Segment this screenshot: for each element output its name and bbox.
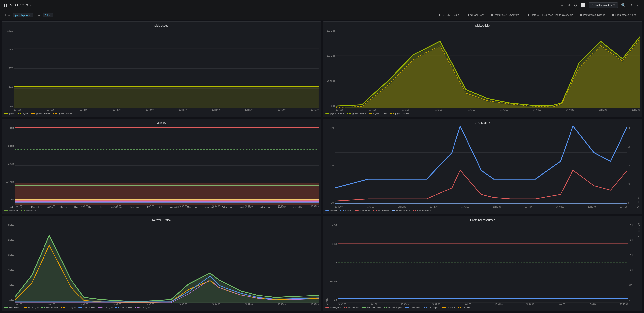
memory-chart xyxy=(14,126,318,205)
nav-link-postgresql-details[interactable]: PostgreSQLDetails xyxy=(576,10,609,20)
nav-links: CRUD_Details pgBackRest PostgreSQL Overv… xyxy=(436,10,640,20)
nav-link-postgresql-service-health[interactable]: PostgreSQL Service Health Overview xyxy=(523,10,576,20)
nav-link-crud-details[interactable]: CRUD_Details xyxy=(436,10,463,20)
settings-button[interactable]: ⚙ xyxy=(573,2,578,8)
time-range-caret: ▼ xyxy=(613,4,616,7)
network-traffic-panel: Network Traffic 5 MBs 4 MBs 3 MBs 2 MBs … xyxy=(2,216,321,311)
network-legend: eth0 - rx bytes lo - rx bytes eth0 - rx … xyxy=(4,307,318,309)
disk-activity-panel: Disk Activity 1.5 MBs 1.0 MBs 500 kBs 0 … xyxy=(323,22,642,117)
grid-icon-pgbackrest xyxy=(466,14,468,16)
container-resources-legend: Memory limit Memory limit Memory request… xyxy=(326,307,640,309)
share-button[interactable]: ⎙ xyxy=(567,2,571,8)
main-content: Disk Usage 100% 75% 50% 25% 0% xyxy=(0,20,644,313)
disk-usage-chart xyxy=(14,29,318,108)
title-caret[interactable]: ▼ xyxy=(30,4,32,7)
disk-usage-legend: /pgwal /pgwal /pgwal - Inodes /pgwal - I… xyxy=(4,112,318,115)
cluster-value-button[interactable]: jkatz:hippo ▼ xyxy=(13,13,33,17)
cpu-stats-legend: % Used % Used % Throttled % Throttled Pr… xyxy=(326,209,640,212)
grid-icon-postgresql xyxy=(491,14,493,16)
grid-icon-service-health xyxy=(526,14,528,16)
cpu-stats-chart xyxy=(335,126,627,206)
disk-activity-title: Disk Activity xyxy=(326,24,640,27)
app-title: POD Details xyxy=(8,3,28,7)
refresh-caret-button[interactable]: ▼ xyxy=(636,3,640,8)
nav-link-postgresql-overview[interactable]: PostgreSQL Overview xyxy=(487,10,523,20)
refresh-button[interactable]: ↺ xyxy=(629,2,633,8)
time-range-label: Last 5 minutes xyxy=(595,4,612,7)
search-button[interactable]: 🔍 xyxy=(620,2,626,8)
nav-link-prometheus-alerts[interactable]: Prometheus Alerts xyxy=(609,10,640,20)
pod-filter: pod All ▼ xyxy=(37,13,53,17)
network-traffic-title: Network Traffic xyxy=(4,218,318,221)
svg-marker-5 xyxy=(14,86,318,108)
memory-legend: Limit Limit Request Request Cached Cache… xyxy=(4,206,318,212)
grid-icon xyxy=(4,4,7,7)
nav-link-pgbackrest[interactable]: pgBackRest xyxy=(463,10,487,20)
network-traffic-chart xyxy=(14,223,318,303)
svg-marker-30 xyxy=(14,236,318,303)
cpu-stats-panel: CPU Stats ▼ 100% 50% 0% xyxy=(323,119,642,214)
disk-usage-title: Disk Usage xyxy=(4,24,318,27)
disk-activity-legend: /pgwal - Reads /pgwal - Reads /pgwal - W… xyxy=(326,112,640,115)
cluster-filter: cluster jkatz:hippo ▼ xyxy=(4,13,33,17)
pod-label: pod xyxy=(37,14,41,17)
container-resources-panel: Container resources Memory 4 GiB 3 GiB 2… xyxy=(323,216,642,311)
monitor-button[interactable]: ⬜ xyxy=(580,2,586,8)
nav-bar: cluster jkatz:hippo ▼ pod All ▼ CRUD_Det… xyxy=(0,10,644,20)
memory-panel: Memory 4 GiB 3 GiB 2 GiB 954 MiB 0 B xyxy=(2,119,321,214)
top-bar-actions: ☆ ⎙ ⚙ ⬜ ⏱ Last 5 minutes ▼ 🔍 ↺ ▼ xyxy=(560,2,640,8)
container-resources-chart xyxy=(338,223,628,303)
cpu-stats-dropdown[interactable]: ▼ xyxy=(489,122,491,124)
cpu-stats-title: CPU Stats ▼ xyxy=(326,121,640,125)
time-range-button[interactable]: ⏱ Last 5 minutes ▼ xyxy=(588,3,618,8)
app-logo: POD Details ▼ xyxy=(4,3,32,7)
disk-usage-panel: Disk Usage 100% 75% 50% 25% 0% xyxy=(2,22,321,117)
disk-activity-chart xyxy=(336,29,640,108)
cluster-label: cluster xyxy=(4,14,12,17)
memory-title: Memory xyxy=(4,121,318,125)
grid-icon-details xyxy=(580,14,582,16)
grid-icon-prometheus xyxy=(612,14,614,16)
star-button[interactable]: ☆ xyxy=(560,2,564,8)
grid-icon-crud xyxy=(440,14,442,16)
pod-value-button[interactable]: All ▼ xyxy=(43,13,53,17)
container-resources-title: Container resources xyxy=(326,218,640,221)
top-bar: POD Details ▼ ☆ ⎙ ⚙ ⬜ ⏱ Last 5 minutes ▼… xyxy=(0,0,644,10)
